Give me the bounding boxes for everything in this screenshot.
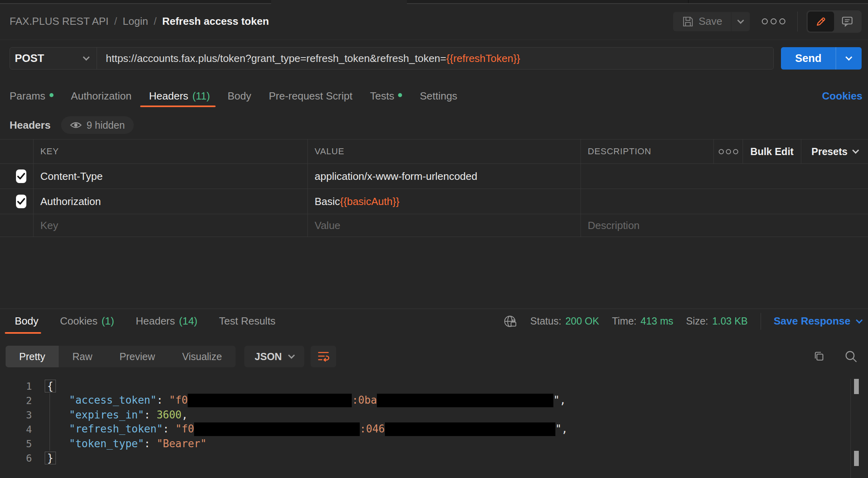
tab-params[interactable]: Params xyxy=(10,85,62,107)
copy-icon xyxy=(813,350,825,363)
value-text: Basic xyxy=(315,195,340,208)
new-header-row: Key Value Description xyxy=(0,214,868,237)
code-token: : xyxy=(163,423,175,435)
chevron-down-icon xyxy=(737,17,744,24)
send-button[interactable]: Send xyxy=(781,47,836,70)
value-column-header: VALUE xyxy=(307,139,581,163)
chevron-down-icon xyxy=(846,54,852,61)
header-row: AuthorizationBasic {{basicAuth}} xyxy=(0,189,868,214)
breadcrumb-folder[interactable]: Login xyxy=(123,15,148,28)
unsaved-dot-icon xyxy=(398,93,402,97)
key-input[interactable]: Key xyxy=(33,214,307,237)
table-more-options-button[interactable] xyxy=(713,139,743,163)
response-tab-cookies[interactable]: Cookies(1) xyxy=(49,309,125,334)
chevron-down-icon xyxy=(856,317,863,323)
scrollbar-track xyxy=(850,379,868,478)
language-label: JSON xyxy=(255,351,282,362)
line-number: 6 xyxy=(0,452,32,464)
send-options-button[interactable] xyxy=(836,47,862,70)
cookies-link[interactable]: Cookies xyxy=(822,90,862,102)
tab-headers[interactable]: Headers(11) xyxy=(140,85,219,107)
code-content: "refresh_token": "f0:046", xyxy=(47,422,568,436)
code-line: 3"expires_in": 3600, xyxy=(0,408,868,422)
tab-pre-request-script[interactable]: Pre-request Script xyxy=(260,85,361,107)
redacted-token xyxy=(188,394,352,407)
header-value-cell[interactable]: application/x-www-form-urlencoded xyxy=(307,164,581,189)
more-options-icon xyxy=(779,18,785,24)
more-actions-button[interactable] xyxy=(759,15,789,28)
view-tab-pretty[interactable]: Pretty xyxy=(6,346,59,367)
url-input[interactable]: https://accounts.fax.plus/token?grant_ty… xyxy=(97,48,773,69)
method-dropdown[interactable]: POST xyxy=(10,48,97,69)
editor-scrollbar-thumb[interactable] xyxy=(854,379,859,394)
divider xyxy=(761,313,761,330)
request-tabs: ParamsAuthorizationHeaders(11)BodyPre-re… xyxy=(10,85,862,107)
checkbox-column-header xyxy=(0,139,33,163)
code-lines: 1{2"access_token": "f0:0ba",3"expires_in… xyxy=(0,379,868,465)
headers-panel-header: Headers 9 hidden xyxy=(10,116,134,134)
row-checkbox[interactable] xyxy=(16,195,26,208)
save-options-button[interactable] xyxy=(731,12,750,31)
response-tab-headers[interactable]: Headers(14) xyxy=(125,309,208,334)
response-size: Size:1.03 KB xyxy=(686,315,748,327)
wrap-lines-button[interactable] xyxy=(311,346,336,367)
response-meta-values: Status:200 OKTime:413 msSize:1.03 KB xyxy=(530,315,748,327)
language-dropdown[interactable]: JSON xyxy=(244,346,304,367)
bulk-edit-button[interactable]: Bulk Edit xyxy=(743,139,801,163)
code-token: ", xyxy=(553,394,566,406)
header-description-cell[interactable] xyxy=(581,189,868,214)
tab-authorization[interactable]: Authorization xyxy=(62,85,141,107)
code-token: "refresh_token" xyxy=(69,423,163,435)
header-description-cell[interactable] xyxy=(581,164,868,189)
response-time: Time:413 ms xyxy=(612,315,674,327)
row-checkbox[interactable] xyxy=(16,169,26,183)
key-column-header: KEY xyxy=(33,139,307,163)
response-tabs: BodyCookies(1)Headers(14)Test Results xyxy=(4,309,286,334)
response-tab-body[interactable]: Body xyxy=(4,309,49,334)
code-token: } xyxy=(47,452,54,464)
tab-settings[interactable]: Settings xyxy=(411,85,466,107)
save-button[interactable]: Save xyxy=(673,12,731,31)
description-input[interactable]: Description xyxy=(581,214,868,237)
view-tab-visualize[interactable]: Visualize xyxy=(168,346,236,367)
header-value-cell[interactable]: Basic {{basicAuth}} xyxy=(307,189,581,214)
hidden-headers-toggle[interactable]: 9 hidden xyxy=(61,116,134,134)
tab-label: Cookies xyxy=(60,315,97,327)
tab-tests[interactable]: Tests xyxy=(361,85,411,107)
code-token: 3600 xyxy=(157,409,182,421)
breadcrumb-collection[interactable]: FAX.PLUS REST API xyxy=(10,15,109,28)
code-line: 6} xyxy=(0,451,868,465)
fold-marker[interactable]: } xyxy=(45,452,56,464)
tab-label: Authorization xyxy=(71,90,132,102)
search-response-button[interactable] xyxy=(840,346,862,367)
copy-response-button[interactable] xyxy=(808,346,830,367)
tab-body[interactable]: Body xyxy=(219,85,260,107)
response-tab-test-results[interactable]: Test Results xyxy=(208,309,287,334)
header-key-cell[interactable]: Authorization xyxy=(33,189,307,214)
fold-marker[interactable]: { xyxy=(45,380,56,392)
view-tab-preview[interactable]: Preview xyxy=(106,346,168,367)
tab-label: Headers xyxy=(136,315,175,327)
presets-dropdown[interactable]: Presets xyxy=(801,139,868,163)
presets-label: Presets xyxy=(811,146,847,157)
row-checkbox-cell xyxy=(0,189,33,214)
comments-button[interactable] xyxy=(834,12,860,32)
more-options-icon xyxy=(771,18,777,24)
tab-count: (11) xyxy=(192,90,210,102)
send-split-button: Send xyxy=(781,47,862,70)
save-response-button[interactable]: Save Response xyxy=(774,315,862,327)
value-input[interactable]: Value xyxy=(307,214,581,237)
panel-scrollbar-thumb[interactable] xyxy=(854,451,859,466)
header-key-cell[interactable]: Content-Type xyxy=(33,164,307,189)
description-column-header: DESCRIPTION xyxy=(581,139,713,163)
value-variable: {{basicAuth}} xyxy=(340,195,400,208)
tab-count: (1) xyxy=(101,315,114,327)
tab-label: Test Results xyxy=(219,315,276,327)
code-token: ", xyxy=(555,423,568,435)
edit-mode-button[interactable] xyxy=(808,12,834,32)
tab-label: Tests xyxy=(370,90,394,102)
chevron-down-icon xyxy=(852,147,859,154)
code-token: :0ba xyxy=(352,394,377,406)
code-token: "Bearer" xyxy=(157,438,206,450)
view-tab-raw[interactable]: Raw xyxy=(59,346,106,367)
